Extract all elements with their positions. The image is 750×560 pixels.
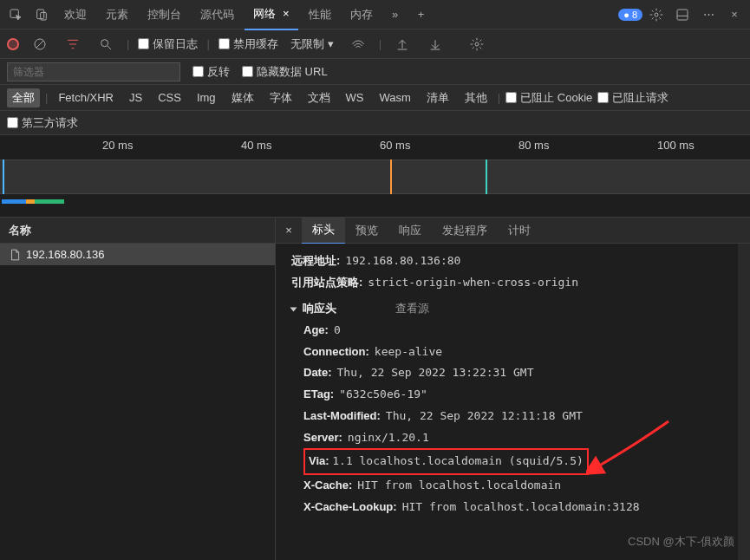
filter-all[interactable]: 全部 <box>7 88 40 107</box>
blocked-cookies-checkbox[interactable]: 已阻止 Cookie <box>505 90 592 106</box>
header-value: "632c50e6-19" <box>339 384 427 406</box>
close-detail-icon[interactable]: × <box>276 224 302 237</box>
filter-fetch[interactable]: Fetch/XHR <box>53 89 119 106</box>
svg-line-7 <box>36 41 43 48</box>
blocked-requests-checkbox[interactable]: 已阻止请求 <box>597 90 668 106</box>
name-column-header[interactable]: 名称 <box>0 218 275 244</box>
timeline-overview[interactable]: 20 ms 40 ms 60 ms 80 ms 100 ms <box>0 135 750 218</box>
headers-panel: 远程地址:192.168.80.136:80 引用站点策略:strict-ori… <box>276 244 750 560</box>
tab-network[interactable]: 网络× <box>245 0 298 30</box>
tab-memory[interactable]: 内存 <box>342 0 382 29</box>
triangle-down-icon <box>290 307 297 311</box>
filter-wasm[interactable]: Wasm <box>375 89 416 106</box>
header-value: Thu, 22 Sep 2022 13:22:31 GMT <box>337 362 534 384</box>
header-value: HIT from localhost.localdomain <box>357 475 561 497</box>
filter-icon[interactable] <box>61 32 85 56</box>
svg-line-9 <box>108 46 111 49</box>
dock-icon[interactable] <box>670 3 695 27</box>
chevron-down-icon: ▾ <box>328 37 334 50</box>
filter-media[interactable]: 媒体 <box>226 88 259 107</box>
tab-headers[interactable]: 标头 <box>302 217 345 244</box>
plus-icon[interactable]: + <box>409 3 434 27</box>
disable-cache-checkbox[interactable]: 禁用缓存 <box>218 36 278 52</box>
inspect-icon[interactable] <box>3 3 28 27</box>
referrer-policy-value: strict-origin-when-cross-origin <box>368 272 578 294</box>
tick-label: 100 ms <box>657 139 695 152</box>
watermark: CSDN @木下-俱欢颜 <box>628 531 734 553</box>
request-name: 192.168.80.136 <box>26 248 104 261</box>
tab-timing[interactable]: 计时 <box>498 218 541 244</box>
close-icon[interactable]: × <box>283 7 290 20</box>
gear-icon[interactable] <box>644 3 668 27</box>
devtools-tab-bar: 欢迎 元素 控制台 源代码 网络× 性能 内存 » + ●8 ⋯ × <box>0 0 750 29</box>
request-detail-pane: × 标头 预览 响应 发起程序 计时 远程地址:192.168.80.136:8… <box>276 218 750 560</box>
header-key: Date: <box>303 362 332 384</box>
header-key: ETag: <box>303 384 334 406</box>
type-filter-bar: 全部 | Fetch/XHR JS CSS Img 媒体 字体 文档 WS Wa… <box>0 85 750 111</box>
more-icon[interactable]: ⋯ <box>696 3 721 27</box>
issues-badge[interactable]: ●8 <box>618 9 642 21</box>
tab-performance[interactable]: 性能 <box>300 0 340 29</box>
timeline-marker <box>3 160 4 194</box>
header-key: X-Cache-Lookup: <box>303 497 397 518</box>
filter-css[interactable]: CSS <box>153 89 186 106</box>
search-icon[interactable] <box>94 32 118 56</box>
close-devtools-icon[interactable]: × <box>722 3 747 27</box>
header-key: Age: <box>303 320 329 342</box>
tab-response[interactable]: 响应 <box>388 218 432 244</box>
remote-address-value: 192.168.80.136:80 <box>345 251 460 272</box>
more-tabs-icon[interactable]: » <box>383 3 408 27</box>
header-key: Last-Modified: <box>303 406 381 427</box>
throttling-dropdown[interactable]: 无限制▾ <box>287 35 337 54</box>
network-toolbar: | 保留日志 | 禁用缓存 无限制▾ | <box>0 29 750 59</box>
filter-manifest[interactable]: 清单 <box>421 88 454 107</box>
svg-point-10 <box>475 42 479 46</box>
filter-other[interactable]: 其他 <box>460 88 492 107</box>
header-value: keep-alive <box>375 342 442 363</box>
filter-doc[interactable]: 文档 <box>303 88 336 107</box>
tab-sources[interactable]: 源代码 <box>192 0 243 29</box>
invert-checkbox[interactable]: 反转 <box>192 64 230 80</box>
header-value: HIT from localhost.localdomain:3128 <box>402 497 640 518</box>
detail-tab-bar: × 标头 预览 响应 发起程序 计时 <box>276 218 750 244</box>
upload-icon[interactable] <box>390 32 414 56</box>
filter-bar: 反转 隐藏数据 URL <box>0 59 750 85</box>
request-row[interactable]: 192.168.80.136 <box>0 244 275 265</box>
clear-icon[interactable] <box>28 32 52 56</box>
scrollbar[interactable] <box>738 244 750 560</box>
remote-address-label: 远程地址: <box>291 251 340 272</box>
tick-label: 20 ms <box>102 139 133 152</box>
tick-label: 80 ms <box>518 139 549 152</box>
settings-gear-icon[interactable] <box>465 32 489 56</box>
filter-js[interactable]: JS <box>124 89 147 106</box>
response-headers-section[interactable]: 响应头查看源 <box>291 298 734 320</box>
view-source-link[interactable]: 查看源 <box>395 298 429 320</box>
hide-data-urls-checkbox[interactable]: 隐藏数据 URL <box>242 64 328 80</box>
svg-point-8 <box>101 39 108 46</box>
preserve-log-checkbox[interactable]: 保留日志 <box>138 36 198 52</box>
tab-console[interactable]: 控制台 <box>139 0 190 29</box>
tab-preview[interactable]: 预览 <box>345 218 388 244</box>
svg-rect-4 <box>677 10 688 20</box>
tab-elements[interactable]: 元素 <box>97 0 137 29</box>
record-button[interactable] <box>7 38 19 50</box>
tab-initiator[interactable]: 发起程序 <box>432 218 498 244</box>
download-icon[interactable] <box>423 32 447 56</box>
filter-img[interactable]: Img <box>192 89 221 106</box>
device-toggle-icon[interactable] <box>29 3 54 27</box>
request-bar <box>2 199 64 204</box>
network-conditions-icon[interactable] <box>346 32 370 56</box>
third-party-checkbox[interactable]: 第三方请求 <box>7 115 78 131</box>
filter-font[interactable]: 字体 <box>264 88 297 107</box>
document-icon <box>9 249 21 261</box>
header-value: nginx/1.20.1 <box>348 427 429 449</box>
header-value: 0 <box>334 320 341 342</box>
filter-input[interactable] <box>7 62 180 81</box>
tick-label: 40 ms <box>241 139 271 152</box>
filter-ws[interactable]: WS <box>341 89 369 106</box>
header-key: Connection: <box>303 342 369 363</box>
tab-welcome[interactable]: 欢迎 <box>55 0 95 29</box>
referrer-policy-label: 引用站点策略: <box>291 272 362 294</box>
header-key: X-Cache: <box>303 475 352 497</box>
request-list-pane: 名称 192.168.80.136 <box>0 218 276 560</box>
